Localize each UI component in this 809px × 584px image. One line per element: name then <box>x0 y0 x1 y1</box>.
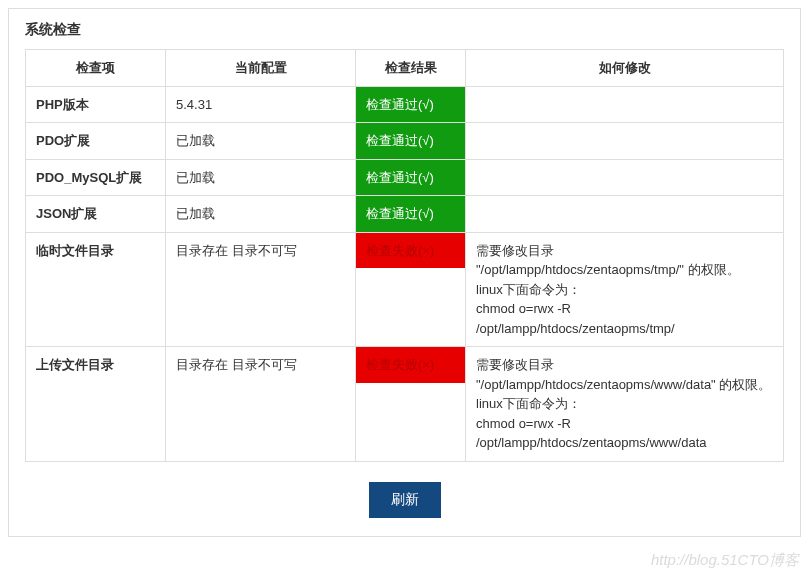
table-row: 上传文件目录 目录存在 目录不可写 检查失败(×) 需要修改目录 "/opt/l… <box>26 347 784 462</box>
cell-config: 目录存在 目录不可写 <box>166 347 356 462</box>
panel-title: 系统检查 <box>9 9 800 49</box>
header-result: 检查结果 <box>356 50 466 87</box>
cell-config: 已加载 <box>166 123 356 160</box>
table-row: PDO扩展 已加载 检查通过(√) <box>26 123 784 160</box>
cell-config: 已加载 <box>166 196 356 233</box>
status-badge-pass: 检查通过(√) <box>356 123 465 159</box>
cell-item: 上传文件目录 <box>26 347 166 462</box>
cell-item: 临时文件目录 <box>26 232 166 347</box>
cell-item: PDO_MySQL扩展 <box>26 159 166 196</box>
check-table-body: PHP版本 5.4.31 检查通过(√) PDO扩展 已加载 检查通过(√) P… <box>26 86 784 461</box>
cell-result: 检查通过(√) <box>356 123 466 160</box>
check-table-wrap: 检查项 当前配置 检查结果 如何修改 PHP版本 5.4.31 检查通过(√) … <box>9 49 800 468</box>
footer: 刷新 <box>9 468 800 536</box>
cell-fix <box>466 123 784 160</box>
status-badge-pass: 检查通过(√) <box>356 160 465 196</box>
cell-item: PDO扩展 <box>26 123 166 160</box>
refresh-button[interactable]: 刷新 <box>369 482 441 518</box>
table-row: PDO_MySQL扩展 已加载 检查通过(√) <box>26 159 784 196</box>
cell-result: 检查通过(√) <box>356 86 466 123</box>
status-badge-pass: 检查通过(√) <box>356 87 465 123</box>
cell-fix <box>466 86 784 123</box>
status-badge-fail: 检查失败(×) <box>356 347 465 383</box>
cell-config: 已加载 <box>166 159 356 196</box>
cell-result: 检查通过(√) <box>356 196 466 233</box>
header-fix: 如何修改 <box>466 50 784 87</box>
system-check-panel: 系统检查 检查项 当前配置 检查结果 如何修改 PHP版本 5.4.31 检查通… <box>8 8 801 537</box>
table-header-row: 检查项 当前配置 检查结果 如何修改 <box>26 50 784 87</box>
status-badge-fail: 检查失败(×) <box>356 233 465 269</box>
table-row: JSON扩展 已加载 检查通过(√) <box>26 196 784 233</box>
table-row: 临时文件目录 目录存在 目录不可写 检查失败(×) 需要修改目录 "/opt/l… <box>26 232 784 347</box>
table-row: PHP版本 5.4.31 检查通过(√) <box>26 86 784 123</box>
cell-result: 检查失败(×) <box>356 232 466 347</box>
header-config: 当前配置 <box>166 50 356 87</box>
cell-result: 检查通过(√) <box>356 159 466 196</box>
header-item: 检查项 <box>26 50 166 87</box>
cell-item: JSON扩展 <box>26 196 166 233</box>
cell-config: 目录存在 目录不可写 <box>166 232 356 347</box>
check-table: 检查项 当前配置 检查结果 如何修改 PHP版本 5.4.31 检查通过(√) … <box>25 49 784 462</box>
cell-result: 检查失败(×) <box>356 347 466 462</box>
cell-fix <box>466 196 784 233</box>
cell-item: PHP版本 <box>26 86 166 123</box>
cell-fix: 需要修改目录 "/opt/lampp/htdocs/zentaopms/tmp/… <box>466 232 784 347</box>
status-badge-pass: 检查通过(√) <box>356 196 465 232</box>
cell-fix <box>466 159 784 196</box>
cell-config: 5.4.31 <box>166 86 356 123</box>
cell-fix: 需要修改目录 "/opt/lampp/htdocs/zentaopms/www/… <box>466 347 784 462</box>
